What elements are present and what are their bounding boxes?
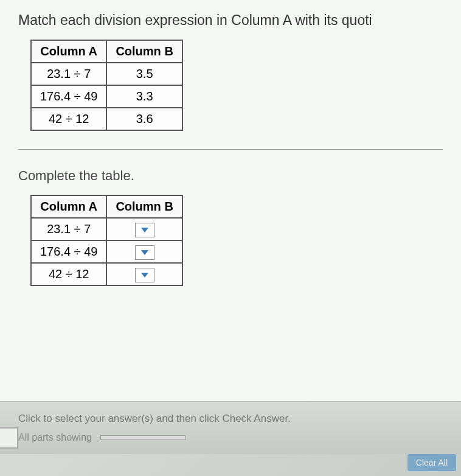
- cell-value: 3.5: [106, 63, 182, 85]
- header-col-b: Column B: [106, 195, 182, 218]
- table-header-row: Column A Column B: [31, 195, 182, 218]
- answer-input-box[interactable]: [0, 427, 18, 449]
- answer-dropdown-2[interactable]: [135, 245, 154, 260]
- table-row: 42 ÷ 12 3.6: [31, 108, 182, 130]
- table-header-row: Column A Column B: [31, 40, 182, 63]
- header-col-a: Column A: [31, 40, 106, 63]
- header-col-a: Column A: [31, 195, 106, 218]
- cell-value: 3.6: [106, 108, 182, 130]
- chevron-down-icon: [141, 228, 148, 233]
- chevron-down-icon: [141, 250, 148, 255]
- progress-bar: [100, 435, 185, 440]
- answer-cell: [106, 263, 182, 285]
- answer-dropdown-3[interactable]: [135, 268, 154, 282]
- table-row: 176.4 ÷ 49: [31, 240, 182, 263]
- cell-value: 3.3: [106, 85, 182, 108]
- parts-label: All parts showing: [18, 432, 92, 443]
- answer-cell: [106, 240, 182, 263]
- cell-expression: 23.1 ÷ 7: [31, 63, 106, 85]
- cell-expression: 42 ÷ 12: [31, 108, 106, 130]
- table-row: 23.1 ÷ 7 3.5: [31, 63, 182, 85]
- footer-hint: Click to select your answer(s) and then …: [18, 413, 443, 425]
- chevron-down-icon: [141, 273, 148, 278]
- reference-table: Column A Column B 23.1 ÷ 7 3.5 176.4 ÷ 4…: [30, 40, 183, 131]
- answer-dropdown-1[interactable]: [135, 223, 154, 237]
- main-instruction: Match each division expression in Column…: [18, 12, 443, 29]
- sub-instruction: Complete the table.: [18, 168, 443, 184]
- table-row: 42 ÷ 12: [31, 263, 182, 285]
- parts-row: All parts showing: [18, 432, 443, 443]
- table-row: 23.1 ÷ 7: [31, 218, 182, 240]
- cell-expression: 23.1 ÷ 7: [31, 218, 106, 240]
- table-row: 176.4 ÷ 49 3.3: [31, 85, 182, 108]
- answer-cell: [106, 218, 182, 240]
- question-content: Match each division expression in Column…: [0, 0, 461, 402]
- section-divider: [18, 149, 443, 150]
- cell-expression: 176.4 ÷ 49: [31, 85, 106, 108]
- cell-expression: 176.4 ÷ 49: [31, 240, 106, 263]
- cell-expression: 42 ÷ 12: [31, 263, 106, 285]
- footer-area: Click to select your answer(s) and then …: [0, 402, 461, 454]
- header-col-b: Column B: [106, 40, 182, 63]
- clear-all-button[interactable]: Clear All: [407, 454, 456, 471]
- answer-table: Column A Column B 23.1 ÷ 7 176.4 ÷ 49 42…: [30, 195, 183, 286]
